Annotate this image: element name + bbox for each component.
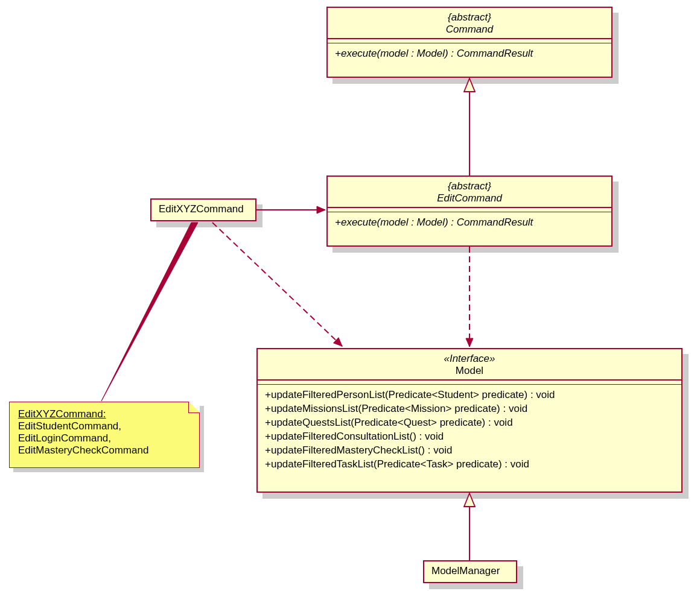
method: +updateQuestsList(Predicate<Quest> predi… — [265, 416, 674, 430]
interface-model: «Interface» Model +updateFilteredPersonL… — [256, 348, 682, 493]
class-command: {abstract} Command +execute(model : Mode… — [326, 7, 612, 78]
dependency-editxyz-model — [212, 223, 342, 346]
separator — [328, 207, 611, 208]
note-fold-icon — [188, 402, 200, 413]
method: +updateFilteredMasteryCheckList() : void — [265, 444, 674, 458]
class-name: Model — [264, 365, 675, 377]
separator — [258, 379, 681, 381]
class-edit-command: {abstract} EditCommand +execute(model : … — [326, 175, 612, 247]
method: +execute(model : Model) : CommandResult — [335, 47, 604, 61]
class-edit-xyz-command: EditXYZCommand — [150, 198, 256, 221]
methods: +execute(model : Model) : CommandResult — [328, 212, 611, 235]
class-name: EditXYZCommand — [159, 203, 244, 215]
separator — [328, 38, 611, 39]
note-title: EditXYZCommand: — [18, 408, 191, 420]
class-name: EditCommand — [334, 192, 605, 204]
note-line: EditMasteryCheckCommand — [18, 444, 191, 457]
method: +updateFilteredPersonList(Predicate<Stud… — [265, 388, 674, 402]
class-header: {abstract} EditCommand — [328, 177, 611, 207]
methods: +execute(model : Model) : CommandResult — [328, 43, 611, 66]
method: +updateFilteredConsultationList() : void — [265, 430, 674, 444]
stereotype-label: {abstract} — [334, 11, 605, 24]
connectors — [0, 0, 700, 591]
method: +updateMissionsList(Predicate<Mission> p… — [265, 402, 674, 416]
class-name: Command — [334, 24, 605, 36]
class-name: ModelManager — [431, 565, 500, 577]
stereotype-label: {abstract} — [334, 180, 605, 192]
method: +execute(model : Model) : CommandResult — [335, 216, 604, 230]
class-model-manager: ModelManager — [423, 560, 517, 583]
note-edit-xyz: EditXYZCommand: EditStudentCommand, Edit… — [9, 402, 200, 468]
note-link — [101, 223, 198, 401]
note-line: EditStudentCommand, — [18, 420, 191, 432]
method: +updateFilteredTaskList(Predicate<Task> … — [265, 458, 674, 472]
uml-class-diagram: {abstract} Command +execute(model : Mode… — [0, 0, 700, 591]
stereotype-label: «Interface» — [264, 353, 675, 365]
methods: +updateFilteredPersonList(Predicate<Stud… — [258, 385, 681, 476]
class-header: «Interface» Model — [258, 349, 681, 379]
note-line: EditLoginCommand, — [18, 432, 191, 444]
class-header: {abstract} Command — [328, 8, 611, 38]
